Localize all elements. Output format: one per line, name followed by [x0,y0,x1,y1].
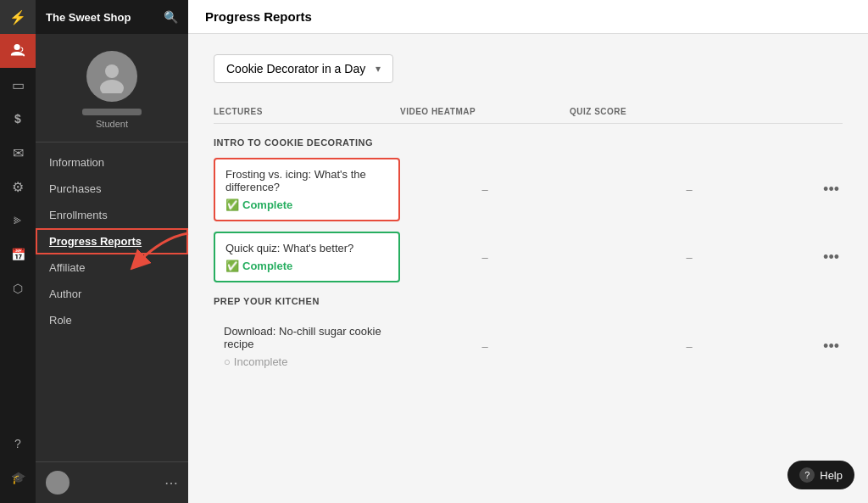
lecture-title-1: Frosting vs. icing: What's the differenc… [225,168,388,193]
nav-icon-pages[interactable]: ▭ [0,68,36,102]
video-heatmap-2: – [400,251,570,264]
table-header: Lectures Video Heatmap Quiz Score [214,107,843,124]
video-heatmap-3: – [400,340,570,353]
help-icon: ? [799,467,815,483]
app-name: The Sweet Shop [46,11,131,24]
quiz-score-1: – [570,183,809,196]
nav-icon-mail[interactable]: ✉ [0,136,36,170]
complete-badge-2: ✅ Complete [225,260,388,272]
nav-icon-sales[interactable]: $ [0,102,36,136]
more-button-3[interactable]: ••• [809,338,843,355]
help-label: Help [820,469,843,482]
sidebar-more-button[interactable]: ⋯ [164,475,178,491]
user-thumbnail [46,471,70,495]
col-video-heatmap: Video Heatmap [400,107,570,116]
student-label: Student [96,119,128,129]
chevron-down-icon: ▾ [376,63,381,75]
nav-icon-integrations[interactable]: ⬡ [0,271,36,305]
more-button-2[interactable]: ••• [809,249,843,266]
sidebar-item-purchases[interactable]: Purchases [36,176,188,202]
lecture-card-1: Frosting vs. icing: What's the differenc… [214,158,400,221]
nav-icon-lightning[interactable]: ⚡ [0,0,36,34]
main-body: Cookie Decorator in a Day ▾ Lectures Vid… [188,34,868,503]
nav-icon-help-circle[interactable]: ? [0,427,36,461]
nav-icon-grad[interactable]: 🎓 [0,461,36,495]
more-button-1[interactable]: ••• [809,181,843,198]
check-icon-2: ✅ [225,260,239,272]
sidebar-item-author[interactable]: Author [36,281,188,307]
col-quiz-score: Quiz Score [570,107,809,116]
student-section: Student [36,34,188,143]
sidebar-bottom: ⋯ [36,461,188,503]
col-lectures: Lectures [214,107,400,116]
video-heatmap-1: – [400,183,570,196]
sidebar-item-role[interactable]: Role [36,307,188,333]
avatar [86,51,137,102]
section-title-intro: Intro to Cookie Decorating [214,137,843,148]
svg-point-0 [105,64,119,78]
lecture-card-3: Download: No-chill sugar cookie recipe ○… [214,316,400,377]
main-content: Progress Reports Cookie Decorator in a D… [188,0,868,503]
sidebar-header: The Sweet Shop 🔍 [36,0,188,34]
sidebar-item-progress-reports[interactable]: Progress Reports [36,228,188,254]
svg-point-1 [100,80,124,93]
page-title: Progress Reports [205,9,312,24]
main-header: Progress Reports [188,0,868,34]
sidebar-item-enrollments[interactable]: Enrollments [36,202,188,228]
sidebar-item-affiliate[interactable]: Affiliate [36,254,188,281]
nav-icon-funnels[interactable]: ⫸ [0,204,36,238]
quiz-score-2: – [570,251,809,264]
course-dropdown[interactable]: Cookie Decorator in a Day ▾ [214,54,393,83]
check-icon-1: ✅ [225,198,239,211]
table-row: Frosting vs. icing: What's the differenc… [214,158,843,221]
nav-icon-users[interactable] [0,34,36,68]
nav-icon-settings[interactable]: ⚙ [0,170,36,204]
name-placeholder [82,109,142,115]
lecture-title-2: Quick quiz: What's better? [225,242,388,254]
lecture-title-3: Download: No-chill sugar cookie recipe [224,325,390,350]
sidebar: The Sweet Shop 🔍 Student Information Pur… [36,0,188,503]
table-row: Quick quiz: What's better? ✅ Complete – … [214,232,843,282]
nav-icon-calendar[interactable]: 📅 [0,238,36,271]
sidebar-item-information[interactable]: Information [36,149,188,176]
table-row: Download: No-chill sugar cookie recipe ○… [214,316,843,377]
course-selector: Cookie Decorator in a Day ▾ [214,54,843,83]
icon-bar-bottom: ? 🎓 [0,427,36,503]
incomplete-badge-1: ○ Incomplete [224,355,390,368]
nav-menu: Information Purchases Enrollments Progre… [36,143,188,461]
incomplete-icon: ○ [224,355,231,368]
icon-bar-top: ⚡ ▭ $ ✉ ⚙ ⫸ 📅 ⬡ [0,0,36,427]
course-dropdown-value: Cookie Decorator in a Day [226,62,365,75]
complete-badge-1: ✅ Complete [225,198,388,211]
icon-bar: ⚡ ▭ $ ✉ ⚙ ⫸ 📅 ⬡ ? 🎓 [0,0,36,503]
section-title-prep: Prep Your Kitchen [214,296,843,306]
search-icon[interactable]: 🔍 [164,10,178,24]
quiz-score-3: – [570,340,809,353]
lecture-card-2: Quick quiz: What's better? ✅ Complete [214,232,400,282]
help-button[interactable]: ? Help [787,461,854,489]
